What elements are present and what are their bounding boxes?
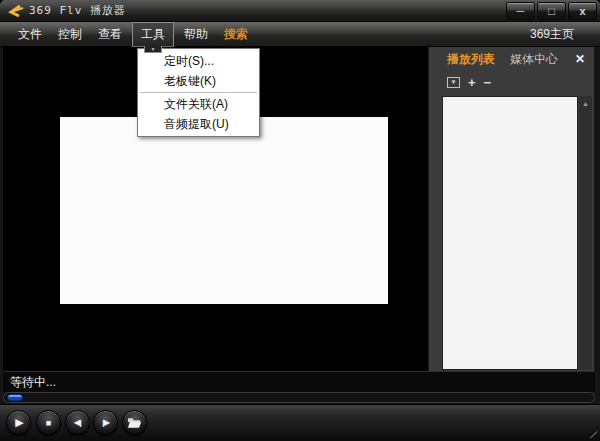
menu-view[interactable]: 查看 (90, 23, 130, 46)
step-forward-icon: |▶ (102, 418, 108, 427)
menu-tools[interactable]: 工具 ▼ (132, 22, 174, 47)
tab-playlist[interactable]: 播放列表 (447, 51, 495, 68)
minimize-button[interactable]: ─ (506, 2, 535, 20)
video-screen (60, 117, 388, 304)
app-logo-icon (6, 3, 24, 19)
app-window: 369 Flv 播放器 ─ □ x 文件 控制 查看 工具 ▼ 帮助 搜索 36… (0, 0, 600, 441)
window-controls: ─ □ x (506, 2, 597, 20)
menu-item-file-association[interactable]: 文件关联(A) (138, 94, 259, 114)
status-bar: 等待中... (3, 371, 595, 392)
stop-icon: ■ (46, 418, 51, 428)
playlist-add-button[interactable]: + (468, 76, 476, 89)
tools-menu: 定时(S)... 老板键(K) 文件关联(A) 音频提取(U) (137, 48, 260, 137)
homepage-link[interactable]: 369主页 (530, 26, 600, 43)
resize-grip[interactable] (585, 426, 597, 438)
panel-tabs: 播放列表 媒体中心 ✕ (429, 47, 594, 72)
play-icon: ▶ (15, 416, 23, 429)
open-file-button[interactable] (122, 410, 147, 435)
control-bar: ▶ ■ ◀| |▶ (0, 404, 600, 441)
playlist-toolbar: ▼ + − (429, 72, 594, 92)
step-back-icon: ◀| (74, 418, 80, 427)
menu-item-audio-extract[interactable]: 音频提取(U) (138, 114, 259, 134)
window-title: 369 Flv 播放器 (29, 3, 126, 19)
scroll-up-icon[interactable]: ▲ (579, 96, 592, 107)
tab-media-center[interactable]: 媒体中心 (510, 51, 558, 68)
panel-close-icon[interactable]: ✕ (575, 52, 585, 66)
play-button[interactable]: ▶ (6, 410, 31, 435)
status-text: 等待中... (10, 375, 56, 389)
menu-search[interactable]: 搜索 (216, 23, 256, 46)
playlist-panel: 播放列表 媒体中心 ✕ ▼ + − ▲ (428, 47, 594, 371)
playlist-mode-dropdown-button[interactable]: ▼ (447, 77, 460, 88)
menu-control[interactable]: 控制 (50, 23, 90, 46)
maximize-icon: □ (548, 5, 555, 17)
menu-open-arrow-icon: ▼ (144, 46, 162, 53)
menu-separator (140, 92, 257, 93)
dropdown-arrow-icon: ▼ (451, 79, 457, 85)
menu-item-timer[interactable]: 定时(S)... (138, 51, 259, 71)
close-button[interactable]: x (568, 2, 597, 20)
playlist-remove-button[interactable]: − (484, 76, 492, 89)
next-button[interactable]: |▶ (93, 410, 118, 435)
close-icon: x (579, 5, 585, 17)
titlebar[interactable]: 369 Flv 播放器 ─ □ x (0, 0, 600, 22)
maximize-button[interactable]: □ (537, 2, 566, 20)
menu-file[interactable]: 文件 (10, 23, 50, 46)
playlist-scrollbar[interactable]: ▲ (579, 96, 592, 370)
previous-button[interactable]: ◀| (65, 410, 90, 435)
folder-open-icon (127, 417, 142, 429)
seek-thumb[interactable] (7, 394, 23, 401)
minimize-icon: ─ (517, 5, 525, 17)
menubar: 文件 控制 查看 工具 ▼ 帮助 搜索 369主页 (0, 22, 600, 47)
menu-tools-label: 工具 (141, 27, 165, 41)
menu-help[interactable]: 帮助 (176, 23, 216, 46)
menu-item-boss-key[interactable]: 老板键(K) (138, 71, 259, 91)
seek-bar[interactable] (3, 392, 595, 403)
playlist-list[interactable] (442, 96, 578, 370)
stop-button[interactable]: ■ (36, 410, 61, 435)
